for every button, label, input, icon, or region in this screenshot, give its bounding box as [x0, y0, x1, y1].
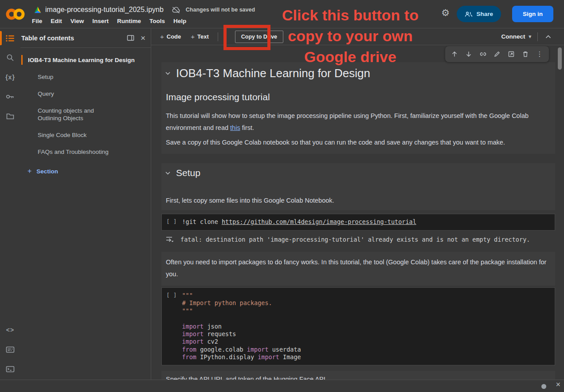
variables-icon[interactable]: {x} — [0, 67, 20, 87]
add-text-label: Text — [197, 33, 209, 40]
table-of-contents-panel: Table of contents × IOB4-T3 Machine Lear… — [20, 28, 151, 380]
menu-insert[interactable]: Insert — [92, 18, 109, 24]
collapse-heading-icon[interactable] — [165, 71, 171, 75]
toc-item-counting[interactable]: Counting objects and Outlining Objects — [20, 107, 114, 122]
toc-item-query[interactable]: Query — [20, 90, 131, 98]
search-icon[interactable] — [0, 48, 20, 67]
move-cell-down-icon[interactable] — [463, 48, 474, 60]
menu-edit[interactable]: Edit — [51, 18, 62, 24]
toc-title: Table of contents — [21, 35, 121, 42]
cloud-off-icon — [172, 6, 180, 14]
link-to-cell-icon[interactable] — [477, 48, 489, 60]
settings-gear-icon[interactable]: ⚙ — [441, 8, 450, 17]
add-text-button[interactable]: + Text — [188, 31, 212, 42]
markdown-cell-setup[interactable]: Setup First, lets copy some files into t… — [161, 163, 555, 210]
secrets-key-icon[interactable] — [0, 87, 20, 106]
delete-cell-icon[interactable] — [520, 48, 531, 60]
toc-item-faqs[interactable]: FAQs and Troubleshooting — [20, 148, 131, 156]
output-text: fatal: destination path 'image-processin… — [180, 236, 530, 243]
code-snippets-icon[interactable]: <> — [0, 320, 20, 340]
run-cell-button[interactable]: [ ] — [162, 288, 182, 365]
table-of-contents-icon[interactable] — [0, 28, 20, 48]
code-cell-imports[interactable]: [ ] """ # Import python packages. """ im… — [161, 287, 555, 365]
setup-paragraph: First, lets copy some files into this Go… — [166, 195, 552, 207]
toc-item-setup[interactable]: Setup — [20, 73, 131, 81]
annotation-highlight-box — [223, 25, 270, 50]
menu-runtime[interactable]: Runtime — [117, 18, 141, 24]
status-dot-icon — [541, 384, 546, 389]
notebook-area: ⋮ IOB4-T3 Machine Learning for Design Im… — [152, 45, 564, 380]
markdown-cell-api[interactable]: Specify the API URL and token of the Hug… — [161, 371, 555, 380]
sign-in-button[interactable]: Sign in — [512, 6, 553, 22]
save-status-text: Changes will not be saved — [186, 7, 255, 13]
menu-help[interactable]: Help — [173, 18, 186, 24]
add-code-label: Code — [167, 33, 181, 40]
this-link[interactable]: this — [230, 124, 240, 131]
move-cell-up-icon[interactable] — [449, 48, 460, 60]
close-icon[interactable]: × — [556, 380, 560, 389]
notebook-h1: IOB4-T3 Machine Learning for Design — [176, 67, 370, 80]
mirror-cell-icon[interactable] — [505, 48, 517, 60]
open-in-tab-icon[interactable] — [127, 35, 134, 41]
annotation-text: Click this button to copy to your own Go… — [266, 5, 435, 67]
menu-file[interactable]: File — [32, 18, 42, 24]
bottom-status-bar: × — [0, 380, 564, 392]
toc-item-single-code-block[interactable]: Single Code Block — [20, 131, 131, 139]
left-sidebar: {x} <> — [0, 28, 151, 380]
edit-cell-icon[interactable] — [491, 48, 503, 60]
people-icon — [465, 11, 473, 17]
share-button[interactable]: Share — [457, 6, 501, 22]
toc-item-main-heading[interactable]: IOB4-T3 Machine Learning for Design — [20, 56, 151, 64]
notebook-filename[interactable]: image-processing-tutorial_2025.ipynb — [45, 6, 164, 14]
menu-view[interactable]: View — [70, 18, 84, 24]
run-cell-button[interactable]: [ ] — [162, 214, 182, 230]
menu-tools[interactable]: Tools — [149, 18, 165, 24]
add-section-button[interactable]: + Section — [20, 167, 58, 175]
intro-paragraph: This tutorial will show how to setup the… — [166, 110, 552, 134]
collapse-sections-button[interactable] — [544, 33, 552, 40]
toolbar-divider — [218, 32, 218, 41]
chevron-down-icon: ▾ — [529, 34, 531, 39]
repo-link[interactable]: https://github.com/ml4design/image-proce… — [222, 218, 416, 225]
notebook-scrollbar[interactable] — [558, 47, 562, 70]
menu-bar: File Edit View Insert Runtime Tools Help — [32, 18, 186, 24]
markdown-cell-intro[interactable]: IOB4-T3 Machine Learning for Design Imag… — [161, 62, 555, 154]
add-section-label: Section — [36, 168, 58, 175]
files-folder-icon[interactable] — [0, 106, 20, 126]
share-label: Share — [476, 11, 493, 17]
packages-paragraph: Often you need to import packages to do … — [166, 256, 552, 280]
drive-icon — [34, 6, 42, 13]
toolbar-divider — [537, 32, 538, 41]
save-copy-paragraph: Save a copy of this Google Colab noteboo… — [166, 137, 552, 149]
sidebar-icon-rail: {x} <> — [0, 28, 20, 380]
collapse-heading-icon[interactable] — [165, 171, 171, 175]
add-code-button[interactable]: + Code — [157, 31, 184, 42]
cell-output: fatal: destination path 'image-processin… — [161, 231, 555, 247]
active-indicator — [0, 31, 2, 45]
active-indicator — [21, 55, 23, 65]
plus-icon: + — [191, 33, 195, 40]
markdown-cell-packages[interactable]: Often you need to import packages to do … — [161, 252, 555, 286]
cell-action-toolbar: ⋮ — [445, 46, 549, 62]
colab-logo[interactable] — [5, 7, 26, 21]
setup-heading: Setup — [176, 168, 200, 178]
notebook-h2: Image processing tutorial — [166, 92, 552, 102]
plus-icon: + — [27, 167, 31, 175]
connect-label: Connect — [501, 33, 525, 40]
terminal-icon[interactable] — [0, 359, 20, 379]
plus-icon: + — [160, 33, 164, 40]
close-icon[interactable]: × — [141, 34, 145, 42]
connect-button[interactable]: Connect ▾ — [501, 33, 531, 40]
api-paragraph: Specify the API URL and token of the Hug… — [166, 373, 552, 380]
more-options-icon[interactable]: ⋮ — [534, 48, 545, 60]
output-icon[interactable] — [165, 236, 175, 243]
code-cell-git-clone[interactable]: [ ] !git clone https://github.com/ml4des… — [161, 214, 555, 231]
command-palette-icon[interactable] — [0, 340, 20, 359]
